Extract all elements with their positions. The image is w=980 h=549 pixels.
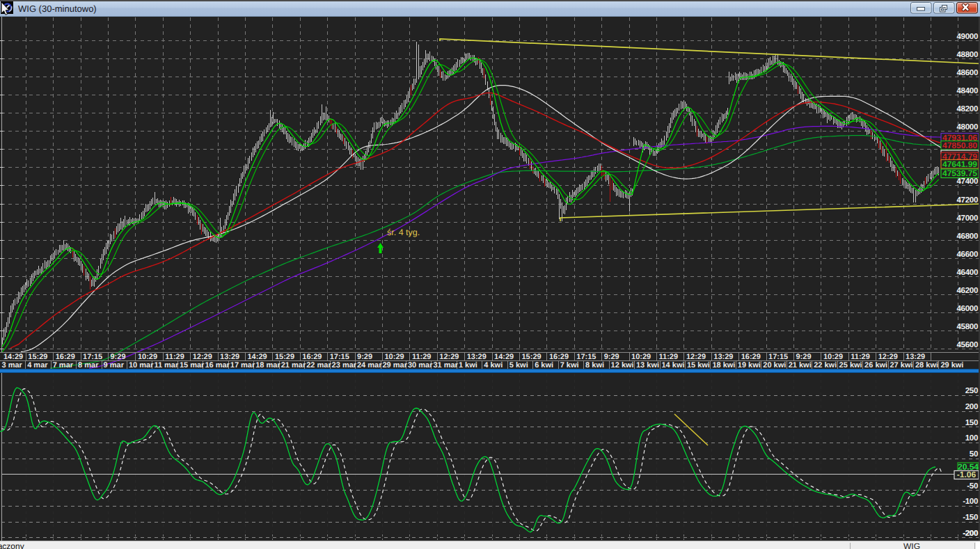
svg-text:47850.80: 47850.80 [942, 141, 977, 150]
svg-text:WIG (30-minutowo): WIG (30-minutowo) [18, 3, 97, 14]
svg-text:6 kwi: 6 kwi [535, 361, 553, 369]
svg-text:46400: 46400 [957, 269, 978, 277]
svg-text:25 kwi: 25 kwi [839, 361, 862, 369]
svg-text:30 mar: 30 mar [408, 361, 433, 369]
svg-text:śr. 4 tyg.: śr. 4 tyg. [387, 228, 420, 237]
svg-text:16:29: 16:29 [302, 353, 322, 361]
svg-text:16:29: 16:29 [549, 353, 569, 361]
svg-text:15:29: 15:29 [275, 353, 294, 361]
svg-text:17 mar: 17 mar [230, 361, 255, 369]
svg-text:27 kwi: 27 kwi [890, 361, 913, 369]
svg-text:-1.06: -1.06 [957, 470, 977, 479]
svg-text:4 kwi: 4 kwi [484, 361, 503, 369]
svg-text:17:15: 17:15 [330, 353, 349, 361]
svg-text:-150: -150 [963, 514, 978, 522]
svg-text:48000: 48000 [957, 123, 978, 132]
svg-text:16 mar: 16 mar [205, 361, 230, 369]
svg-text:47000: 47000 [957, 214, 978, 223]
svg-text:17:15: 17:15 [576, 353, 596, 361]
svg-text:12:29: 12:29 [686, 353, 706, 361]
svg-text:26 kwi: 26 kwi [864, 361, 887, 369]
svg-text:46800: 46800 [957, 232, 978, 241]
svg-text:10:29: 10:29 [631, 353, 651, 361]
svg-text:9:29: 9:29 [111, 353, 126, 361]
svg-text:45600: 45600 [957, 341, 978, 349]
svg-text:9 mar: 9 mar [104, 361, 125, 369]
svg-text:48600: 48600 [957, 69, 978, 77]
svg-text:14:29: 14:29 [3, 353, 23, 361]
svg-text:12:29: 12:29 [878, 353, 898, 361]
svg-text:11:29: 11:29 [165, 353, 184, 361]
svg-text:8 kwi: 8 kwi [585, 361, 604, 369]
svg-text:47539.75: 47539.75 [942, 168, 977, 178]
svg-text:48400: 48400 [957, 87, 978, 95]
svg-text:19 kwi: 19 kwi [738, 361, 761, 369]
svg-text:47641.99: 47641.99 [942, 159, 977, 169]
svg-text:7 mar: 7 mar [53, 361, 74, 369]
svg-text:10:29: 10:29 [138, 353, 157, 361]
svg-text:20 kwi: 20 kwi [763, 361, 786, 369]
svg-text:15 mar: 15 mar [180, 361, 205, 369]
svg-text:50: 50 [970, 450, 978, 459]
svg-text:WIG: WIG [903, 541, 920, 549]
svg-text:18 kwi: 18 kwi [712, 361, 735, 369]
svg-text:47400: 47400 [957, 177, 978, 186]
svg-text:15:29: 15:29 [522, 353, 542, 361]
svg-text:48800: 48800 [957, 51, 978, 59]
svg-text:100: 100 [965, 434, 978, 443]
svg-text:29 mar: 29 mar [383, 361, 408, 369]
svg-text:11:29: 11:29 [659, 353, 679, 361]
svg-text:200: 200 [965, 403, 978, 411]
svg-text:16:29: 16:29 [56, 353, 75, 361]
svg-text:31 mar: 31 mar [433, 361, 458, 369]
svg-text:13 kwi: 13 kwi [636, 361, 659, 369]
svg-text:49000: 49000 [957, 33, 978, 41]
svg-text:21 kwi: 21 kwi [789, 361, 812, 369]
svg-text:48200: 48200 [957, 105, 978, 113]
svg-text:18 mar: 18 mar [255, 361, 280, 369]
svg-text:łączony: łączony [0, 541, 24, 549]
svg-text:7 kwi: 7 kwi [560, 361, 579, 369]
svg-text:9:29: 9:29 [357, 353, 372, 361]
svg-text:11 mar: 11 mar [154, 361, 179, 369]
svg-text:-50: -50 [967, 482, 978, 491]
svg-text:21 mar: 21 mar [281, 361, 306, 369]
svg-text:46200: 46200 [957, 287, 978, 295]
svg-text:11:29: 11:29 [851, 353, 870, 361]
svg-text:15 kwi: 15 kwi [687, 361, 710, 369]
svg-text:9:29: 9:29 [796, 353, 812, 361]
svg-text:22 kwi: 22 kwi [814, 361, 837, 369]
svg-text:12 kwi: 12 kwi [611, 361, 634, 369]
svg-text:15:29: 15:29 [28, 353, 47, 361]
svg-text:10:29: 10:29 [385, 353, 404, 361]
svg-text:13:29: 13:29 [220, 353, 239, 361]
svg-text:13:29: 13:29 [467, 353, 487, 361]
svg-text:12:29: 12:29 [439, 353, 459, 361]
svg-text:17:15: 17:15 [768, 353, 788, 361]
svg-text:-100: -100 [963, 498, 978, 506]
svg-text:46000: 46000 [957, 305, 978, 313]
svg-text:3 mar: 3 mar [2, 361, 23, 369]
svg-text:24 mar: 24 mar [357, 361, 382, 369]
svg-text:9:29: 9:29 [604, 353, 619, 361]
svg-text:16:29: 16:29 [741, 353, 761, 361]
svg-text:29 kwi: 29 kwi [940, 361, 963, 369]
svg-text:150: 150 [965, 419, 978, 427]
svg-text:10:29: 10:29 [823, 353, 843, 361]
svg-text:1 kwi: 1 kwi [459, 361, 477, 369]
svg-text:46600: 46600 [957, 250, 978, 259]
svg-text:5 kwi: 5 kwi [509, 361, 528, 369]
svg-text:45800: 45800 [957, 323, 978, 331]
svg-text:14 kwi: 14 kwi [662, 361, 685, 369]
svg-text:8 mar: 8 mar [78, 361, 99, 369]
svg-text:12:29: 12:29 [193, 353, 212, 361]
svg-text:22 mar: 22 mar [306, 361, 331, 369]
svg-text:14:29: 14:29 [248, 353, 267, 361]
svg-text:47200: 47200 [957, 196, 978, 205]
svg-text:11:29: 11:29 [412, 353, 432, 361]
svg-text:13:29: 13:29 [713, 353, 733, 361]
svg-text:17:15: 17:15 [83, 353, 102, 361]
svg-text:250: 250 [965, 387, 978, 395]
svg-text:-200: -200 [963, 530, 978, 538]
svg-text:10 mar: 10 mar [129, 361, 154, 369]
